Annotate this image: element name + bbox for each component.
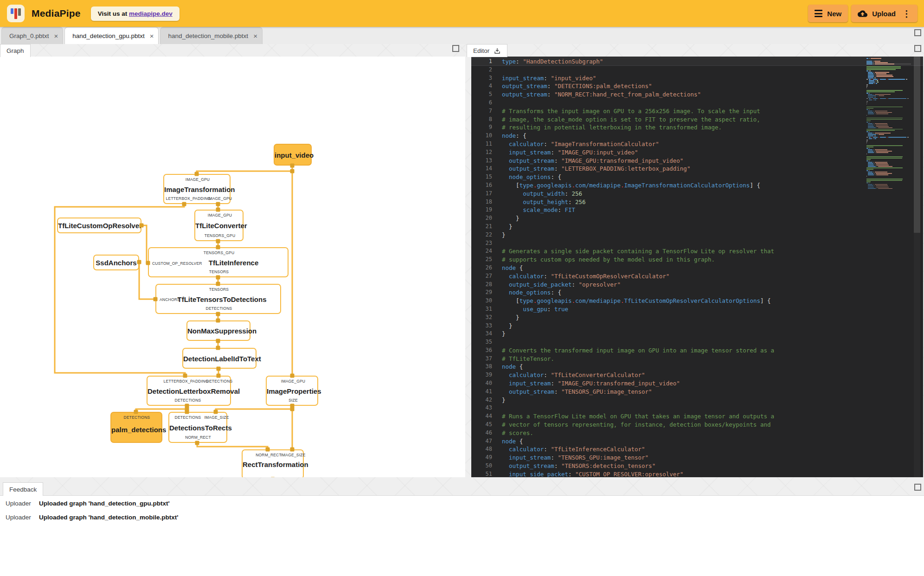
code-line: 34} xyxy=(471,330,923,338)
editor-minimap[interactable] xyxy=(866,58,911,190)
graph-node-input_video[interactable]: input_video xyxy=(274,144,312,166)
app-title: MediaPipe xyxy=(32,8,81,19)
graph-panel-expand-icon[interactable] xyxy=(452,45,459,52)
tab-graph[interactable]: Graph xyxy=(0,44,31,57)
feedback-message: Uploaded graph 'hand_detection_gpu.pbtxt… xyxy=(39,500,170,507)
editor-panel-expand-icon[interactable] xyxy=(914,45,921,52)
graph-node-palm_detections[interactable]: DETECTIONSpalm_detections xyxy=(110,412,162,443)
upload-button[interactable]: Upload ⋮ xyxy=(851,5,918,22)
port-label: NORM_RECT xyxy=(185,435,211,440)
graph-node-TfLiteCustomOpResolver[interactable]: TfLiteCustomOpResolver xyxy=(57,218,141,233)
upload-more-icon[interactable]: ⋮ xyxy=(902,9,911,18)
port-label: DETECTIONS xyxy=(206,306,232,311)
graph-node-DetectionLabelIdToText[interactable]: DetectionLabelIdToText xyxy=(182,348,257,369)
code-line: 13 output_stream: "IMAGE_GPU:transformed… xyxy=(471,157,923,165)
node-label: TfLiteTensorsToDetections xyxy=(156,295,280,303)
code-line: 17 output_width: 256 xyxy=(471,190,923,198)
code-line: 38node { xyxy=(471,363,923,371)
code-line: 1type: "HandDetectionSubgraph" xyxy=(471,58,923,66)
port-label: IMAGE_GPU xyxy=(186,177,210,182)
port-label: IMAGE_GPU xyxy=(208,213,232,218)
file-tab-hand_detection_gpu.pbtxt[interactable]: hand_detection_gpu.pbtxt× xyxy=(64,27,159,44)
code-line: 24# Generates a single side packet conta… xyxy=(471,247,923,256)
code-line: 50 output_stream: "TENSORS:detection_ten… xyxy=(471,462,923,470)
code-line: 22} xyxy=(471,231,923,239)
feedback-message: Uploaded graph 'hand_detection_mobile.pb… xyxy=(39,514,178,521)
file-tab-hand_detection_mobile.pbtxt[interactable]: hand_detection_mobile.pbtxt× xyxy=(160,27,262,44)
graph-node-TfLiteTensorsToDetections[interactable]: TENSORSANCHORSDETECTIONSTfLiteTensorsToD… xyxy=(155,284,281,314)
code-line: 27 calculator: "TfLiteCustomOpResolverCa… xyxy=(471,272,923,281)
tab-close-icon[interactable]: × xyxy=(253,32,257,39)
mediapipe-logo-icon xyxy=(7,5,25,22)
new-button[interactable]: New xyxy=(808,5,848,22)
port-label: TENSORS xyxy=(209,287,229,292)
graph-node-SsdAnchors[interactable]: SsdAnchors xyxy=(93,255,139,270)
code-line: 26node { xyxy=(471,264,923,272)
code-line: 2 xyxy=(471,66,923,74)
graph-node-TfLiteInference[interactable]: TENSORS_GPUCUSTOM_OP_RESOLVERTENSORSTfLi… xyxy=(148,247,289,277)
code-editor[interactable]: 1type: "HandDetectionSubgraph"23input_st… xyxy=(471,57,923,477)
mediapipe-dev-link[interactable]: mediapipe.dev xyxy=(129,10,173,17)
code-line: 32 } xyxy=(471,314,923,322)
new-button-label: New xyxy=(827,10,841,18)
code-line: 35 xyxy=(471,338,923,346)
tab-close-icon[interactable]: × xyxy=(150,32,154,39)
visit-us-text: Visit us at xyxy=(98,10,129,17)
node-label: NonMaxSuppression xyxy=(187,327,250,335)
graph-tab-label: Graph xyxy=(6,47,24,54)
code-line: 49 input_stream: "TENSORS_GPU:image_tens… xyxy=(471,454,923,462)
code-line: 30 [type.googleapis.com/mediapipe.TfLite… xyxy=(471,297,923,305)
port-label: DETECTIONS xyxy=(206,379,233,384)
file-tab-Graph_0.pbtxt[interactable]: Graph_0.pbtxt× xyxy=(1,27,63,44)
graph-node-DetectionsToRects[interactable]: DETECTIONSIMAGE_SIZENORM_RECTDetectionsT… xyxy=(168,412,227,443)
port-label: DETECTIONS xyxy=(175,398,201,403)
tab-editor[interactable]: Editor xyxy=(467,44,507,57)
graph-canvas[interactable]: input_videoIMAGE_GPULETTERBOX_PADDINGIMA… xyxy=(0,57,465,477)
port-label: DETECTIONS xyxy=(175,415,201,420)
code-line: 39 calculator: "TfLiteConverterCalculato… xyxy=(471,371,923,379)
code-line: 20 } xyxy=(471,214,923,223)
port-label: LETTERBOX_PADDING xyxy=(166,196,211,201)
graph-node-DetectionLetterboxRemoval[interactable]: LETTERBOX_PADDINGDETECTIONSDETECTIONSDet… xyxy=(147,376,231,406)
graph-node-ImageProperties[interactable]: IMAGE_GPUSIZEImageProperties xyxy=(266,376,318,406)
code-line: 23 xyxy=(471,239,923,248)
code-line: 37# TfLiteTensor. xyxy=(471,355,923,363)
code-line: 44# Runs a TensorFlow Lite model on GPU … xyxy=(471,412,923,421)
node-label: TfLiteInference xyxy=(149,258,288,266)
code-line: 11 calculator: "ImageTransformationCalcu… xyxy=(471,140,923,148)
code-line: 45# vector of tensors representing, for … xyxy=(471,421,923,429)
editor-scrollbar[interactable] xyxy=(914,57,920,477)
port-label: LETTERBOX_PADDING xyxy=(164,379,209,384)
code-line: 12 input_stream: "IMAGE_GPU:input_video" xyxy=(471,148,923,157)
code-line: 7# Transforms the input image on GPU to … xyxy=(471,107,923,115)
file-tab-label: hand_detection_gpu.pbtxt xyxy=(72,32,144,39)
code-line: 29 node_options: { xyxy=(471,288,923,297)
code-line: 8# image, the scale_mode option is set t… xyxy=(471,115,923,124)
workspace-expand-icon[interactable] xyxy=(914,29,921,36)
tab-close-icon[interactable]: × xyxy=(54,32,58,39)
code-line: 21 } xyxy=(471,223,923,231)
editor-tab-label: Editor xyxy=(473,47,489,54)
port-label: NORM_RECT xyxy=(256,453,282,457)
download-icon[interactable] xyxy=(494,47,501,55)
graph-node-ImageTransformation[interactable]: IMAGE_GPULETTERBOX_PADDINGIMAGE_GPUImage… xyxy=(163,174,231,204)
visit-us-badge: Visit us at mediapipe.dev xyxy=(91,6,180,21)
code-line: 3input_stream: "input_video" xyxy=(471,74,923,83)
code-line: 28 output_side_packet: "opresolver" xyxy=(471,281,923,289)
node-label: TfLiteCustomOpResolver xyxy=(58,222,141,230)
graph-node-RectTransformation[interactable]: NORM_RECTIMAGE_SIZERectTransformation xyxy=(242,449,304,477)
feedback-tab-label: Feedback xyxy=(9,486,37,493)
port-label: TENSORS_GPU xyxy=(205,233,235,238)
graph-node-TfLiteConverter[interactable]: IMAGE_GPUTENSORS_GPUTfLiteConverter xyxy=(194,210,244,241)
port-label: DETECTIONS xyxy=(124,415,150,420)
code-line: 15 node_options: { xyxy=(471,173,923,181)
node-label: DetectionLabelIdToText xyxy=(183,354,256,362)
code-line: 42} xyxy=(471,396,923,404)
tab-feedback[interactable]: Feedback xyxy=(3,482,43,496)
graph-node-NonMaxSuppression[interactable]: NonMaxSuppression xyxy=(186,320,250,341)
feedback-panel-expand-icon[interactable] xyxy=(914,484,921,491)
code-line: 43 xyxy=(471,404,923,412)
port-label: TENSORS xyxy=(209,269,229,274)
new-menu-icon xyxy=(815,10,822,17)
feedback-row: UploaderUploaded graph 'hand_detection_g… xyxy=(0,497,924,510)
